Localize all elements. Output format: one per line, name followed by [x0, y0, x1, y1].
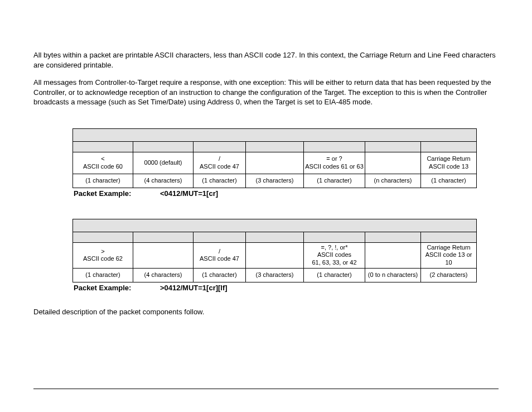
t2-h6 — [365, 232, 421, 242]
t2-example-line: Packet Example: >0412/MUT=1[cr][lf] — [74, 284, 499, 292]
t1-h6 — [365, 141, 421, 152]
t2-c1: (1 character) — [73, 268, 133, 282]
t2-v3: /ASCII code 47 — [194, 242, 246, 268]
t1-title-band — [73, 128, 477, 141]
t2-title-band — [73, 219, 477, 232]
t2-v1: >ASCII code 62 — [73, 242, 133, 268]
t1-v7: Carriage ReturnASCII code 13 — [421, 152, 477, 174]
t2-h3 — [194, 232, 246, 242]
t1-c2: (4 characters) — [133, 174, 194, 188]
table-controller-to-target: <ASCII code 60 0000 (default) /ASCII cod… — [72, 128, 477, 188]
t1-v2: 0000 (default) — [133, 152, 194, 174]
t1-example-value: <0412/MUT=1[cr] — [160, 189, 218, 198]
t2-h5 — [304, 232, 365, 242]
t1-example-label: Packet Example: — [74, 189, 131, 198]
footer-rule — [33, 389, 499, 389]
t1-c3: (1 character) — [194, 174, 246, 188]
t2-v2 — [133, 242, 194, 268]
t2-c5: (1 character) — [304, 268, 365, 282]
t2-c7: (2 characters) — [421, 268, 477, 282]
page-content: All bytes within a packet are printable … — [0, 0, 532, 411]
t2-c6: (0 to n characters) — [365, 268, 421, 282]
t1-v5: = or ?ASCII codes 61 or 63 — [304, 152, 365, 174]
t1-c4: (3 characters) — [246, 174, 304, 188]
t2-h7 — [421, 232, 477, 242]
t1-v3: /ASCII code 47 — [194, 152, 246, 174]
t2-example-value: >0412/MUT=1[cr][lf] — [160, 284, 228, 292]
t2-example-label: Packet Example: — [74, 284, 131, 292]
paragraph-2: All messages from Controller-to-Target r… — [33, 78, 499, 107]
t2-v6 — [365, 242, 421, 268]
t1-c6: (n characters) — [365, 174, 421, 188]
paragraph-1: All bytes within a packet are printable … — [33, 50, 499, 70]
t1-h4 — [246, 141, 304, 152]
t1-h1 — [73, 141, 133, 152]
table-target-to-controller: >ASCII code 62 /ASCII code 47 =, ?, !, o… — [72, 219, 477, 282]
closing-paragraph: Detailed description of the packet compo… — [33, 308, 499, 316]
t2-v7: Carriage ReturnASCII code 13 or 10 — [421, 242, 477, 268]
t2-v4 — [246, 242, 304, 268]
t2-h1 — [73, 232, 133, 242]
t1-h3 — [194, 141, 246, 152]
t1-v1: <ASCII code 60 — [73, 152, 133, 174]
t1-c1: (1 character) — [73, 174, 133, 188]
t2-c4: (3 characters) — [246, 268, 304, 282]
t1-h5 — [304, 141, 365, 152]
t1-c7: (1 character) — [421, 174, 477, 188]
t2-h2 — [133, 232, 194, 242]
t2-c2: (4 characters) — [133, 268, 194, 282]
t1-h2 — [133, 141, 194, 152]
t2-c3: (1 character) — [194, 268, 246, 282]
t2-v5: =, ?, !, or*ASCII codes61, 63, 33, or 42 — [304, 242, 365, 268]
t1-v4 — [246, 152, 304, 174]
t2-h4 — [246, 232, 304, 242]
t1-example-line: Packet Example: <0412/MUT=1[cr] — [74, 189, 499, 198]
t1-h7 — [421, 141, 477, 152]
t1-v6 — [365, 152, 421, 174]
t1-c5: (1 character) — [304, 174, 365, 188]
